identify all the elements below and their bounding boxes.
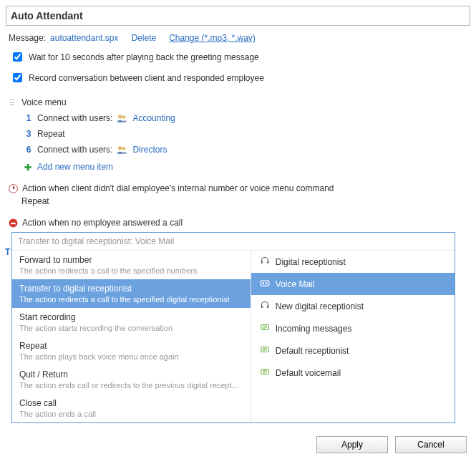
option-desc: The action redirects a call to the speci… bbox=[19, 266, 243, 275]
svg-point-3 bbox=[122, 147, 126, 150]
svg-rect-7 bbox=[261, 281, 269, 286]
option-desc: The action ends a call bbox=[19, 410, 243, 418]
svg-rect-10 bbox=[261, 306, 262, 309]
queue-icon bbox=[260, 367, 270, 379]
voicemenu-title: Voice menu bbox=[21, 97, 67, 107]
wait-label: Wait for 10 seconds after playing back t… bbox=[29, 52, 259, 62]
clock-icon bbox=[9, 184, 18, 193]
receptionist-option-label: New digital receptionist bbox=[276, 301, 364, 311]
voicemail-icon bbox=[260, 278, 270, 290]
option-desc: The action plays back voice menu once ag… bbox=[19, 352, 243, 361]
svg-point-9 bbox=[266, 282, 268, 284]
svg-rect-6 bbox=[267, 261, 268, 264]
option-title: Forward to number bbox=[19, 255, 243, 265]
svg-point-1 bbox=[122, 115, 126, 119]
receptionist-option[interactable]: Default voicemail bbox=[251, 362, 455, 384]
queue-icon bbox=[260, 322, 270, 334]
svg-point-8 bbox=[262, 282, 264, 284]
plus-icon: ✚ bbox=[24, 163, 33, 171]
receptionist-option[interactable]: Incoming messages bbox=[251, 317, 455, 339]
receptionist-option[interactable]: Default receptionist bbox=[251, 339, 455, 362]
title-input[interactable] bbox=[6, 6, 470, 26]
cancel-button[interactable]: Cancel bbox=[395, 436, 467, 453]
option-title: Close call bbox=[19, 398, 243, 408]
option-title: Repeat bbox=[19, 341, 243, 351]
add-menu-item-link[interactable]: Add new menu item bbox=[37, 162, 113, 172]
dropdown-header: Transfer to digital receptionist: Voice … bbox=[12, 233, 455, 251]
receptionist-option-label: Incoming messages bbox=[276, 324, 352, 334]
action-dropdown[interactable]: T Transfer to digital receptionist: Voic… bbox=[11, 232, 455, 423]
action-option[interactable]: Forward to numberThe action redirects a … bbox=[12, 251, 251, 279]
receptionist-option[interactable]: Voice Mail bbox=[251, 273, 455, 295]
record-label: Record conversation between client and r… bbox=[29, 73, 264, 83]
action-option[interactable]: Quit / ReturnThe action ends call or red… bbox=[12, 365, 251, 394]
action-option[interactable]: Start recordingThe action starts recordi… bbox=[12, 308, 251, 337]
receptionist-option-label: Default receptionist bbox=[276, 346, 349, 356]
option-title: Transfer to digital receptionist bbox=[19, 284, 243, 294]
svg-point-2 bbox=[118, 146, 122, 150]
action-option[interactable]: RepeatThe action plays back voice menu o… bbox=[12, 337, 251, 365]
receptionist-option-label: Digital receptionist bbox=[276, 257, 346, 267]
voice-menu-item[interactable]: 3Repeat bbox=[24, 126, 470, 142]
users-icon bbox=[117, 114, 128, 123]
svg-rect-11 bbox=[267, 306, 268, 309]
apply-button[interactable]: Apply bbox=[316, 436, 388, 453]
voice-menu-item[interactable]: 6Connect with users:Directors bbox=[24, 142, 470, 158]
option-title: Start recording bbox=[19, 312, 243, 322]
headset-icon bbox=[260, 256, 270, 268]
headset-icon bbox=[260, 300, 270, 312]
menu-item-number: 6 bbox=[24, 145, 33, 155]
phone-down-icon bbox=[9, 218, 18, 228]
action-option[interactable]: Transfer to digital receptionistThe acti… bbox=[12, 279, 251, 308]
menu-item-text: Repeat bbox=[37, 129, 65, 139]
menu-item-group-link[interactable]: Accounting bbox=[132, 113, 175, 123]
message-change-link[interactable]: Change (*.mp3, *.wav) bbox=[169, 33, 256, 43]
receptionist-option-label: Default voicemail bbox=[276, 368, 341, 378]
menu-item-group-link[interactable]: Directors bbox=[132, 145, 167, 155]
message-label: Message: bbox=[9, 33, 46, 43]
option-desc: The action starts recording the conversa… bbox=[19, 324, 243, 332]
svg-rect-5 bbox=[261, 261, 262, 264]
receptionist-option[interactable]: New digital receptionist bbox=[251, 295, 455, 317]
menu-item-number: 3 bbox=[24, 129, 33, 139]
users-icon bbox=[117, 145, 128, 155]
record-checkbox[interactable] bbox=[13, 73, 22, 82]
svg-point-0 bbox=[118, 115, 122, 118]
option-desc: The action redirects a call to the speci… bbox=[19, 295, 243, 304]
menu-item-number: 1 bbox=[24, 113, 33, 123]
message-file-link[interactable]: autoattendant.spx bbox=[50, 33, 118, 43]
queue-icon bbox=[260, 344, 270, 357]
action-no-dial-title: Action when client didn't dial employee'… bbox=[22, 183, 334, 193]
wait-checkbox[interactable] bbox=[13, 52, 22, 62]
voice-menu-item[interactable]: 1Connect with users:Accounting bbox=[24, 110, 470, 126]
menu-item-text: Connect with users: bbox=[37, 113, 112, 123]
action-no-answer-title: Action when no employee answered a call bbox=[22, 218, 183, 228]
receptionist-option-label: Voice Mail bbox=[276, 279, 315, 289]
receptionist-option[interactable]: Digital receptionist bbox=[251, 251, 455, 273]
menu-item-text: Connect with users: bbox=[37, 145, 112, 155]
action-option[interactable]: Close callThe action ends a call bbox=[12, 394, 251, 422]
option-desc: The action ends call or redirects to the… bbox=[19, 381, 243, 390]
message-delete-link[interactable]: Delete bbox=[131, 33, 156, 43]
option-title: Quit / Return bbox=[19, 369, 243, 380]
transfer-marker: T bbox=[5, 247, 10, 257]
action-no-dial-value: Repeat bbox=[21, 196, 470, 206]
grip-icon bbox=[9, 98, 17, 107]
